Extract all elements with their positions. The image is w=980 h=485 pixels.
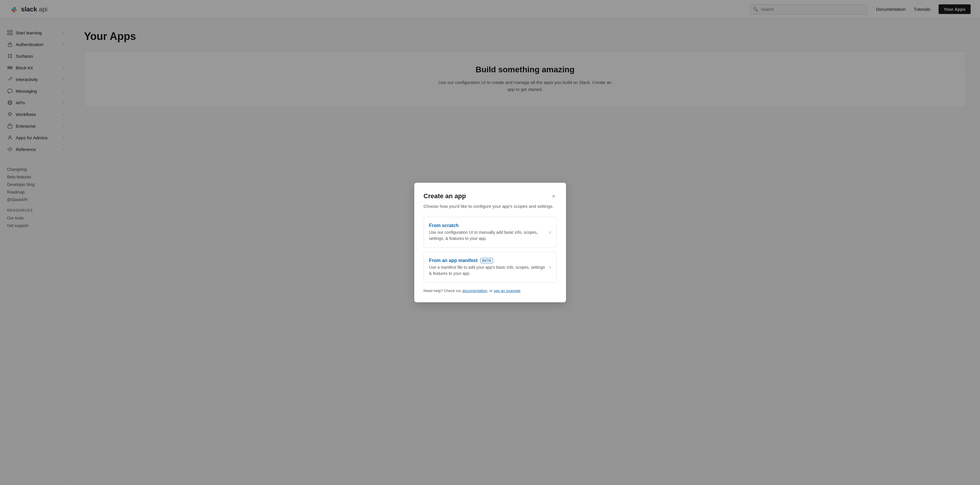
from-scratch-desc: Use our configuration UI to manually add…: [429, 229, 546, 242]
modal-example-link[interactable]: see an example: [494, 288, 520, 293]
from-manifest-desc: Use a manifest file to add your app's ba…: [429, 265, 546, 277]
create-app-modal: Create an app × Choose how you'd like to…: [414, 183, 566, 302]
modal-title: Create an app: [424, 192, 466, 200]
modal-subtitle: Choose how you'd like to configure your …: [424, 203, 557, 210]
from-scratch-arrow-icon: ›: [549, 229, 551, 235]
from-manifest-arrow-icon: ›: [549, 264, 551, 270]
modal-footer: Need help? Check our documentation, or s…: [424, 288, 557, 293]
modal-header: Create an app ×: [424, 192, 557, 200]
from-manifest-option[interactable]: From an app manifest BETA Use a manifest…: [424, 252, 557, 283]
from-scratch-title: From scratch: [429, 223, 546, 228]
modal-close-button[interactable]: ×: [551, 192, 557, 200]
modal-overlay[interactable]: Create an app × Choose how you'd like to…: [0, 0, 980, 485]
from-scratch-option[interactable]: From scratch Use our configuration UI to…: [424, 217, 557, 248]
from-manifest-title: From an app manifest BETA: [429, 258, 546, 263]
beta-badge: BETA: [480, 258, 493, 263]
modal-doc-link[interactable]: documentation: [462, 288, 487, 293]
